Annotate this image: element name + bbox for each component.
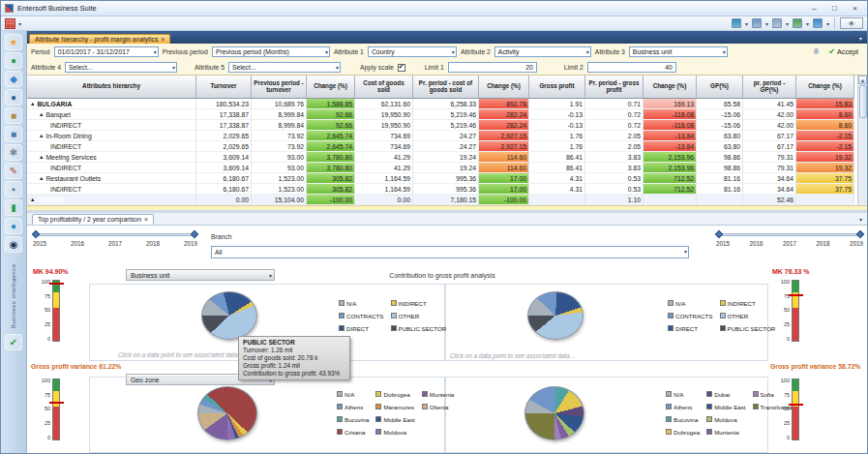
table-row[interactable]: INDIRECT2,029.6573.922,645.74734.6924.27… <box>27 141 867 152</box>
scrollbar-thumb[interactable] <box>859 85 867 118</box>
column-header[interactable]: Pr. period - cost of goods sold <box>413 76 479 99</box>
branch-select[interactable]: All <box>211 246 689 258</box>
users-icon[interactable]: ■ <box>5 126 22 142</box>
collapse-arrow-icon[interactable]: ▲ <box>39 111 44 117</box>
column-header[interactable]: Change (%) <box>479 76 529 99</box>
table-row[interactable]: INDIRECT6,180.671,523.00305.821,164.5999… <box>27 184 867 195</box>
favorites-star-icon[interactable]: ★ <box>5 34 22 50</box>
package-icon[interactable]: ■ <box>5 107 22 124</box>
map-icon[interactable] <box>813 18 823 28</box>
attribute5-select[interactable]: Select... <box>228 62 341 73</box>
slider-track[interactable] <box>716 231 863 238</box>
tab-list-chevron-icon[interactable]: ▾ <box>859 216 865 225</box>
gear-icon[interactable]: ✱ <box>5 144 22 161</box>
pie-business-unit-previous[interactable] <box>527 291 584 340</box>
attribute2-select[interactable]: Activity <box>494 46 591 57</box>
attribute4-select[interactable]: Select... <box>65 62 177 73</box>
attribute3-select[interactable]: Business unit <box>629 46 728 57</box>
collapse-arrow-icon[interactable]: ▲ <box>39 154 44 160</box>
calculator-icon[interactable]: ▪ <box>5 181 22 197</box>
chevron-down-icon[interactable]: ▾ <box>765 20 768 27</box>
minimize-button[interactable]: – <box>806 3 823 15</box>
hierarchy-cell[interactable]: INDIRECT <box>27 184 196 195</box>
grid-scrollbar[interactable]: ▲ <box>857 76 867 205</box>
check-icon[interactable]: ✔ <box>5 334 22 350</box>
record-icon[interactable]: ◉ <box>5 236 22 253</box>
maximize-button[interactable]: □ <box>826 3 843 15</box>
column-header[interactable]: Change (%) <box>796 76 854 99</box>
column-header[interactable]: Change (%) <box>307 76 355 99</box>
column-header[interactable]: GP(%) <box>697 76 743 99</box>
column-header[interactable]: Cost of goods sold <box>355 76 413 99</box>
table-row[interactable]: ▲Banquet17,338.878,999.8492.6619,950.905… <box>27 109 867 120</box>
chart-tool-icon[interactable] <box>793 18 802 28</box>
globe-icon[interactable] <box>732 18 741 28</box>
column-header[interactable]: Gross profit <box>529 76 585 99</box>
collapse-arrow-icon[interactable]: ▲ <box>39 175 44 181</box>
hierarchy-cell[interactable]: ▲BULGARIA <box>27 99 196 109</box>
chevron-down-icon[interactable]: ▾ <box>806 20 809 27</box>
user-icon[interactable]: ● <box>5 89 22 106</box>
column-header[interactable]: Previous period - turnover <box>252 76 307 99</box>
slider-handle-min[interactable] <box>32 230 40 238</box>
hierarchy-cell[interactable]: ▲Banquet <box>27 109 196 120</box>
table-row[interactable]: ▲In-Room Dining2,029.6573.922,645.74734.… <box>27 131 867 141</box>
visibility-icon[interactable]: 👁 <box>840 17 863 29</box>
close-tab-icon[interactable]: × <box>161 36 165 43</box>
column-header[interactable]: Change (%) <box>644 76 697 99</box>
slider-handle-max[interactable] <box>856 230 864 238</box>
slider-handle-min[interactable] <box>715 230 723 238</box>
table-row[interactable]: INDIRECT3,609.1493.003,780.8041.2919.241… <box>27 163 867 173</box>
tab-top-profitability[interactable]: Top profitability / 2 year comparison × <box>32 214 154 225</box>
grid-layout-icon[interactable] <box>752 18 762 28</box>
table-row[interactable]: INDIRECT17,338.878,999.8492.6619,950.905… <box>27 120 867 131</box>
close-tab-icon[interactable]: × <box>144 216 148 223</box>
close-button[interactable]: × <box>847 3 863 15</box>
chevron-down-icon[interactable]: ▾ <box>786 20 789 27</box>
hierarchy-cell[interactable]: INDIRECT <box>27 163 196 173</box>
apply-scale-checkbox[interactable] <box>398 64 405 72</box>
chevron-down-icon[interactable]: ▾ <box>826 20 829 27</box>
period-field[interactable]: 01/01/2017 - 31/12/2017 <box>54 46 159 57</box>
column-header[interactable]: Turnover <box>196 76 252 99</box>
column-header[interactable]: pr. period - GP(%) <box>743 76 796 99</box>
tab-profit-margin-analytics[interactable]: Attribute hierarchy - profit margin anal… <box>29 34 170 44</box>
hierarchy-cell[interactable]: INDIRECT <box>27 120 196 131</box>
grid-tool-icon[interactable] <box>5 18 15 29</box>
year-range-slider-left[interactable]: 20152016201720182019 <box>33 231 197 247</box>
table-row[interactable]: ▲Restaurant Outlets6,180.671,523.00305.8… <box>27 173 867 184</box>
accept-button[interactable]: Accept <box>823 45 863 58</box>
compass-icon[interactable]: ◆ <box>5 71 22 87</box>
pencil-icon[interactable]: ✎ <box>5 163 22 179</box>
world-icon[interactable]: ● <box>5 218 22 234</box>
column-header[interactable]: Attributes hierarchy <box>27 76 196 99</box>
hierarchy-cell[interactable]: ▲Restaurant Outlets <box>27 173 196 184</box>
hierarchy-cell[interactable]: INDIRECT <box>27 141 196 152</box>
scroll-up-icon[interactable]: ▲ <box>858 76 867 84</box>
globe-icon[interactable]: ● <box>5 52 22 69</box>
hierarchy-cell[interactable]: ▲Meeting Services <box>27 152 196 163</box>
table-row[interactable]: ▲BULGARIA180,534.2310,689.761,588.8562,1… <box>27 99 867 109</box>
hierarchy-cell[interactable]: ▲GREECE <box>27 195 196 205</box>
chart-icon[interactable]: ▮ <box>5 199 22 216</box>
pie-geo-zone-current[interactable] <box>197 386 257 440</box>
collapse-arrow-icon[interactable]: ▲ <box>30 101 35 106</box>
table-row[interactable]: ▲Meeting Services3,609.1493.003,780.8041… <box>27 152 867 163</box>
chevron-down-icon[interactable]: ▾ <box>745 20 748 27</box>
pie-business-unit-current[interactable] <box>201 291 257 340</box>
pie-geo-zone-previous[interactable] <box>524 386 584 440</box>
column-header[interactable]: Pr. period - gross profit <box>585 76 644 99</box>
table-row[interactable]: ▲GREECE0.0015,104.00-100.000.007,180.15-… <box>27 195 867 205</box>
limit1-input[interactable]: 20 <box>448 62 537 73</box>
attribute1-select[interactable]: Country <box>368 46 457 57</box>
limit2-input[interactable]: 40 <box>587 62 676 73</box>
collapse-arrow-icon[interactable]: ▲ <box>30 197 35 202</box>
slider-handle-max[interactable] <box>191 230 198 238</box>
hierarchy-cell[interactable]: ▲In-Room Dining <box>27 131 196 141</box>
slider-track[interactable] <box>33 231 197 238</box>
previous-period-select[interactable]: Previous period (Months) <box>212 46 330 57</box>
tab-list-chevron-icon[interactable]: ▾ <box>859 35 865 44</box>
collapse-arrow-icon[interactable]: ▲ <box>39 133 44 138</box>
year-range-slider-right[interactable]: 20152016201720182019 <box>716 231 863 247</box>
pivot-table-icon[interactable] <box>772 18 782 28</box>
